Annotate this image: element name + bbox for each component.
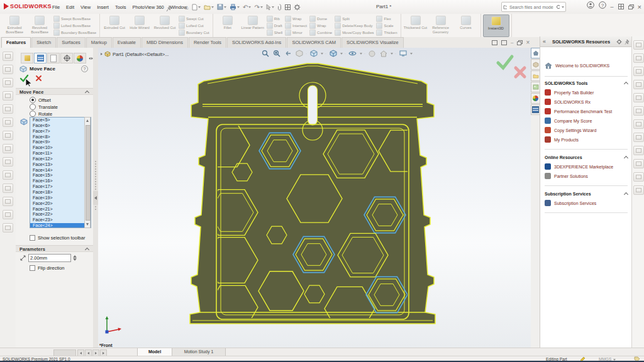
panel-collapse-button[interactable] [93, 191, 98, 205]
show-selection-toolbar-checkbox[interactable] [30, 235, 35, 241]
swept-boss-base-button[interactable]: Swept Boss/Base [53, 15, 96, 22]
left-toolbar-icon[interactable] [3, 78, 13, 87]
copy-settings-wizard-link[interactable]: Copy Settings Wizard [545, 127, 596, 133]
taskpane-tab-custom-properties[interactable] [531, 104, 540, 115]
restore-button[interactable] [628, 4, 633, 9]
offset-radio[interactable] [30, 97, 36, 103]
parameters-group-header[interactable]: Parameters [16, 245, 93, 252]
user-account-icon[interactable] [587, 1, 594, 12]
tab-surfaces[interactable]: Surfaces [57, 37, 86, 48]
tab-markup[interactable]: Markup [86, 37, 112, 48]
face-list-item[interactable]: Face<16> [30, 178, 91, 184]
right-toolbar-icon[interactable] [633, 40, 644, 50]
spin-up-icon[interactable] [73, 255, 77, 258]
face-list-item[interactable]: Face<6> [30, 123, 91, 129]
face-list-item[interactable]: Face<23> [30, 217, 91, 223]
home-button[interactable]: ⌂ [184, 2, 190, 12]
search-box[interactable] [501, 2, 566, 12]
select-caret-icon[interactable] [272, 6, 274, 8]
left-toolbar-icon[interactable] [3, 223, 13, 233]
previous-view-icon[interactable] [283, 49, 292, 58]
menu-view[interactable]: View [77, 4, 94, 10]
save-caret-icon[interactable] [224, 6, 226, 8]
distance-spinner[interactable] [73, 255, 77, 261]
taskpane-tab-appearances[interactable] [531, 93, 540, 104]
tab-solidworks-add-ins[interactable]: SOLIDWORKS Add-Ins [227, 37, 286, 48]
wrap-button[interactable]: Wrap [309, 22, 332, 29]
scale-button[interactable]: Scale [376, 22, 397, 29]
rib-button[interactable]: Rib [267, 15, 282, 22]
options-button[interactable] [292, 2, 302, 12]
face-list[interactable]: Face<5>Face<6>Face<7>Face<8>Face<9>Face<… [30, 117, 91, 228]
redo-button[interactable]: ↷ [253, 2, 264, 12]
left-toolbar-icon[interactable] [3, 157, 13, 167]
graphics-viewport[interactable]: Part1 (Default<<Default>... · · · · · *F… [98, 48, 531, 348]
tab-dimxpertmanager[interactable] [60, 53, 73, 63]
fillet-button[interactable]: Fillet [215, 14, 240, 30]
taskpane-tab-view-palette[interactable] [531, 82, 540, 92]
left-toolbar-icon[interactable] [3, 184, 13, 193]
right-toolbar-icon[interactable] [633, 119, 644, 129]
extruded-cut-button[interactable]: Extruded Cut [102, 14, 127, 30]
select-button[interactable] [265, 2, 275, 12]
compare-my-score-link[interactable]: Compare My Score [545, 118, 592, 124]
menu-insert[interactable]: Insert [94, 4, 112, 10]
scroll-down-icon[interactable] [86, 223, 89, 226]
show-selection-toolbar-row[interactable]: Show selection toolbar [30, 235, 85, 241]
right-toolbar-icon[interactable] [633, 67, 644, 76]
revolved-cut-button[interactable]: Revolved Cut [152, 14, 177, 30]
offset-radio-row[interactable]: Offset [30, 97, 51, 103]
face-list-item[interactable]: Face<9> [30, 140, 91, 145]
swept-cut-button[interactable]: Swept Cut [179, 15, 209, 22]
shell-button[interactable]: Shell [267, 29, 282, 36]
solidworks-rx-link[interactable]: SOLIDWORKS Rx [545, 99, 591, 105]
model-canvas[interactable] [98, 48, 531, 348]
tab-sketch[interactable]: Sketch [31, 37, 56, 48]
left-toolbar-icon[interactable] [3, 65, 13, 74]
confirmation-cancel-button[interactable] [513, 65, 527, 79]
distance-input[interactable] [28, 254, 71, 262]
open-button[interactable] [203, 2, 215, 12]
print-caret-icon[interactable] [237, 6, 240, 8]
search-input[interactable] [508, 4, 555, 10]
view-settings-icon[interactable] [398, 49, 408, 58]
apply-scene-caret-icon[interactable] [391, 53, 393, 55]
section-view-icon[interactable] [294, 49, 304, 58]
flyout-tree[interactable]: Part1 (Default<<Default>... [101, 51, 169, 57]
curves-button[interactable]: Curves [453, 14, 479, 30]
face-list-item[interactable]: Face<8> [30, 134, 91, 140]
pm-help-icon[interactable]: ? [81, 65, 88, 72]
boundary-cut-button[interactable]: Boundary Cut [179, 29, 209, 36]
right-toolbar-icon[interactable] [633, 185, 644, 195]
face-list-item[interactable]: Face<7> [30, 129, 91, 134]
left-toolbar-icon[interactable] [3, 144, 13, 153]
left-toolbar-icon[interactable] [3, 170, 13, 180]
tab-displaymanager[interactable] [74, 53, 86, 63]
scroll-up-icon[interactable] [86, 119, 89, 122]
doc-close-button[interactable]: × [526, 39, 530, 46]
face-list-item[interactable]: Face<14> [30, 168, 91, 173]
help-icon[interactable]: ? [599, 1, 606, 12]
3dexperience-marketplace-link[interactable]: 3DEXPERIENCE Marketplace [545, 163, 613, 170]
open-caret-icon[interactable] [211, 6, 214, 8]
face-list-item[interactable]: Face<20> [30, 201, 91, 207]
apply-scene-icon[interactable] [379, 49, 388, 58]
face-list-item[interactable]: Face<18> [30, 190, 91, 195]
face-list-item[interactable]: Face<11> [30, 151, 91, 156]
face-list-item[interactable]: Face<13> [30, 162, 91, 168]
save-button[interactable] [216, 2, 228, 12]
rotate-radio[interactable] [30, 111, 36, 117]
tab-solidworks-visualize[interactable]: SOLIDWORKS Visualize [341, 37, 404, 48]
face-list-item[interactable]: Face<19> [30, 195, 91, 201]
flex-button[interactable]: Flex [376, 15, 397, 22]
layout-button[interactable] [284, 2, 292, 12]
property-tab-builder-link[interactable]: Property Tab Builder [545, 89, 594, 96]
left-toolbar-icon[interactable] [3, 52, 13, 61]
pm-tab-scroll-left-icon[interactable] [89, 57, 91, 60]
hole-wizard-button[interactable]: Hole Wizard [127, 14, 152, 30]
new-document-button[interactable] [191, 2, 202, 12]
left-toolbar-icon[interactable] [3, 197, 13, 206]
workspace-grid-button[interactable] [618, 4, 624, 9]
subscription-services-link[interactable]: Subscription Services [545, 200, 596, 206]
right-toolbar-icon[interactable] [633, 146, 644, 155]
